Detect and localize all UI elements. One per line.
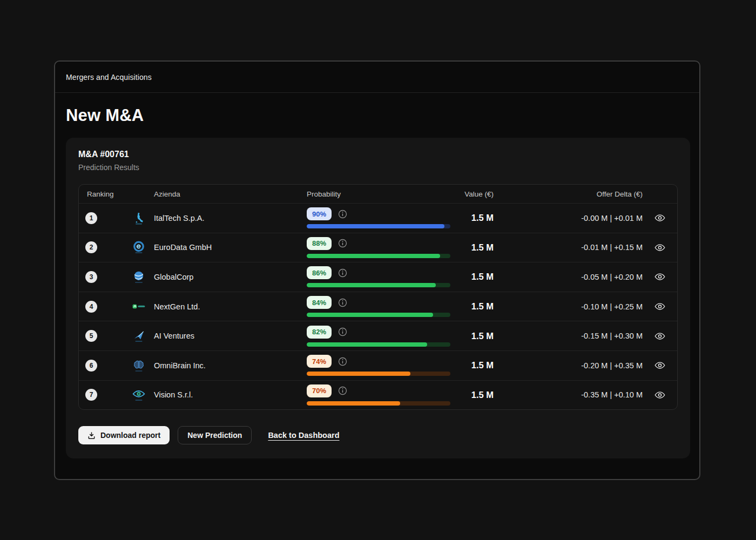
probability-bar: [307, 372, 450, 376]
download-report-label: Download report: [100, 431, 160, 440]
page-title: New M&A: [66, 106, 690, 125]
ranking-cell: 4: [79, 301, 123, 313]
probability-bar: [307, 224, 450, 228]
app-header: Mergers and Acquisitions: [55, 62, 699, 93]
rank-badge: 5: [85, 330, 97, 342]
value-cell: 1.5 M: [450, 272, 494, 282]
rank-badge: 6: [85, 360, 97, 372]
rank-badge: 4: [85, 301, 97, 313]
probability-badge: 74%: [307, 355, 332, 368]
info-icon[interactable]: [338, 298, 347, 307]
company-logo-cell: [123, 270, 154, 284]
info-icon[interactable]: [338, 386, 347, 395]
probability-badge: 90%: [307, 207, 332, 220]
offer-delta-cell: -0.01 M | +0.15 M: [494, 243, 643, 252]
company-logo-cell: [123, 329, 154, 343]
offer-delta-cell: -0.35 M | +0.10 M: [494, 390, 643, 399]
info-icon[interactable]: [338, 210, 347, 219]
ranking-cell: 6: [79, 360, 123, 372]
column-header-value: Value (€): [450, 190, 494, 198]
offer-delta-cell: -0.10 M | +0.25 M: [494, 302, 643, 311]
actions-cell: [643, 301, 677, 312]
aiventures-logo-icon: [132, 329, 146, 343]
probability-cell: 74%: [307, 351, 450, 380]
view-details-button[interactable]: [653, 213, 666, 223]
eye-icon: [654, 244, 665, 252]
view-details-button[interactable]: [653, 272, 666, 282]
table-row: 5AI Ventures82%1.5 M-0.15 M | +0.30 M: [79, 321, 677, 350]
new-prediction-button[interactable]: New Prediction: [178, 426, 252, 444]
actions-cell: [643, 272, 677, 282]
offer-delta-cell: -0.20 M | +0.35 M: [494, 361, 643, 370]
column-header-probability: Probability: [307, 190, 450, 198]
info-icon[interactable]: [338, 268, 347, 278]
probability-badge: 82%: [307, 326, 332, 339]
info-icon[interactable]: [338, 357, 347, 366]
table-body: 1ItalTech S.p.A.90%1.5 M-0.00 M | +0.01 …: [79, 203, 677, 409]
probability-bar: [307, 283, 450, 287]
actions-bar: Download report New Prediction Back to D…: [78, 426, 678, 444]
probability-bar-fill: [307, 342, 427, 347]
probability-cell: 84%: [307, 292, 450, 321]
probability-cell: 90%: [307, 204, 450, 233]
probability-cell: 88%: [307, 233, 450, 262]
ranking-cell: 3: [79, 271, 123, 283]
vision-logo-icon: [132, 388, 146, 402]
actions-cell: [643, 390, 677, 400]
back-to-dashboard-link[interactable]: Back to Dashboard: [268, 431, 339, 440]
eye-icon: [654, 391, 665, 399]
table-row: 6OmniBrain Inc.74%1.5 M-0.20 M | +0.35 M: [79, 350, 677, 380]
eye-icon: [654, 332, 665, 340]
eye-icon: [654, 302, 665, 310]
download-icon: [87, 431, 96, 440]
offer-delta-cell: -0.00 M | +0.01 M: [494, 214, 643, 222]
actions-cell: [643, 242, 677, 253]
offer-delta-cell: -0.15 M | +0.30 M: [494, 332, 643, 340]
view-details-button[interactable]: [653, 301, 666, 312]
value-cell: 1.5 M: [450, 301, 494, 312]
info-icon[interactable]: [338, 239, 347, 248]
probability-badge: 70%: [307, 384, 332, 397]
info-icon[interactable]: [338, 327, 347, 336]
probability-bar-fill: [307, 372, 410, 376]
main-content: New M&A M&A #00761 Prediction Results Ra…: [55, 106, 699, 458]
table-row: 4NextGen Ltd.84%1.5 M-0.10 M | +0.25 M: [79, 292, 677, 321]
company-logo-cell: [123, 359, 154, 373]
company-name: Vision S.r.l.: [154, 390, 307, 399]
probability-bar-fill: [307, 224, 444, 228]
view-details-button[interactable]: [653, 242, 666, 253]
company-name: EuroData GmbH: [154, 243, 307, 252]
probability-bar-fill: [307, 313, 433, 317]
results-table: Ranking Azienda Probability Value (€) Of…: [78, 184, 678, 410]
eye-icon: [654, 361, 665, 369]
table-row: 7Vision S.r.l.70%1.5 M-0.35 M | +0.10 M: [79, 380, 677, 410]
nextgen-logo-icon: [132, 300, 146, 314]
rank-badge: 7: [85, 389, 97, 401]
globalcorp-logo-icon: [132, 270, 146, 284]
view-details-button[interactable]: [653, 331, 666, 341]
download-report-button[interactable]: Download report: [78, 426, 170, 444]
value-cell: 1.5 M: [450, 213, 494, 223]
view-details-button[interactable]: [653, 390, 666, 400]
value-cell: 1.5 M: [450, 390, 494, 400]
app-window: Mergers and Acquisitions New M&A M&A #00…: [54, 60, 700, 480]
eye-icon: [654, 273, 665, 281]
company-name: GlobalCorp: [154, 273, 307, 281]
company-name: AI Ventures: [154, 332, 307, 340]
rank-badge: 3: [85, 271, 97, 283]
view-details-button[interactable]: [653, 360, 666, 370]
company-logo-cell: [123, 300, 154, 314]
italtech-logo-icon: [132, 211, 146, 225]
probability-bar: [307, 313, 450, 317]
probability-cell: 86%: [307, 262, 450, 292]
table-row: 2EuroData GmbH88%1.5 M-0.01 M | +0.15 M: [79, 233, 677, 262]
offer-delta-cell: -0.05 M | +0.20 M: [494, 273, 643, 281]
probability-bar-fill: [307, 401, 400, 406]
prediction-results-card: M&A #00761 Prediction Results Ranking Az…: [66, 138, 690, 458]
company-name: ItalTech S.p.A.: [154, 214, 307, 222]
probability-bar: [307, 342, 450, 347]
company-name: OmniBrain Inc.: [154, 361, 307, 370]
probability-cell: 70%: [307, 381, 450, 410]
company-logo-cell: [123, 240, 154, 254]
column-header-offer-delta: Offer Delta (€): [494, 190, 643, 198]
